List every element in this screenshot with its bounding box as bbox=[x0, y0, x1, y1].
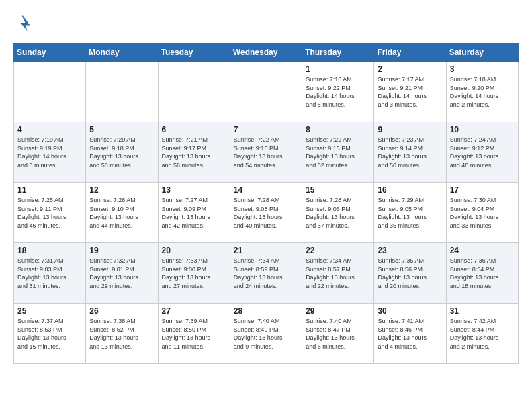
calendar-cell: 13Sunrise: 7:27 AM Sunset: 9:09 PM Dayli… bbox=[158, 183, 230, 243]
calendar-week-row: 4Sunrise: 7:19 AM Sunset: 9:19 PM Daylig… bbox=[14, 122, 519, 183]
day-info: Sunrise: 7:40 AM Sunset: 8:49 PM Dayligh… bbox=[234, 317, 298, 351]
day-info: Sunrise: 7:20 AM Sunset: 9:18 PM Dayligh… bbox=[89, 136, 154, 169]
calendar-cell: 3Sunrise: 7:18 AM Sunset: 9:20 PM Daylig… bbox=[446, 62, 518, 122]
calendar-cell: 19Sunrise: 7:32 AM Sunset: 9:01 PM Dayli… bbox=[86, 243, 158, 304]
day-info: Sunrise: 7:40 AM Sunset: 8:47 PM Dayligh… bbox=[306, 317, 370, 351]
calendar-cell: 28Sunrise: 7:40 AM Sunset: 8:49 PM Dayli… bbox=[230, 304, 302, 364]
calendar-week-row: 25Sunrise: 7:37 AM Sunset: 8:53 PM Dayli… bbox=[14, 304, 519, 364]
day-info: Sunrise: 7:39 AM Sunset: 8:50 PM Dayligh… bbox=[162, 317, 226, 351]
day-info: Sunrise: 7:28 AM Sunset: 9:08 PM Dayligh… bbox=[234, 196, 298, 230]
calendar-cell: 18Sunrise: 7:31 AM Sunset: 9:03 PM Dayli… bbox=[14, 243, 86, 304]
calendar-cell: 5Sunrise: 7:20 AM Sunset: 9:18 PM Daylig… bbox=[86, 122, 158, 183]
calendar-cell: 6Sunrise: 7:21 AM Sunset: 9:17 PM Daylig… bbox=[158, 122, 230, 183]
calendar-cell: 25Sunrise: 7:37 AM Sunset: 8:53 PM Dayli… bbox=[14, 304, 86, 364]
calendar-cell: 22Sunrise: 7:34 AM Sunset: 8:57 PM Dayli… bbox=[302, 243, 374, 304]
day-number: 7 bbox=[234, 125, 298, 134]
weekday-saturday: Saturday bbox=[446, 44, 518, 62]
calendar-cell: 23Sunrise: 7:35 AM Sunset: 8:56 PM Dayli… bbox=[374, 243, 446, 304]
weekday-tuesday: Tuesday bbox=[158, 44, 230, 62]
day-number: 23 bbox=[378, 246, 442, 255]
calendar-body: 1Sunrise: 7:16 AM Sunset: 9:22 PM Daylig… bbox=[14, 62, 519, 364]
day-number: 12 bbox=[89, 185, 154, 195]
day-number: 26 bbox=[89, 306, 154, 316]
logo-icon bbox=[13, 13, 32, 32]
calendar-week-row: 11Sunrise: 7:25 AM Sunset: 9:11 PM Dayli… bbox=[14, 183, 519, 243]
day-number: 21 bbox=[234, 246, 298, 255]
day-info: Sunrise: 7:19 AM Sunset: 9:19 PM Dayligh… bbox=[17, 136, 82, 169]
day-number: 6 bbox=[162, 125, 226, 134]
day-number: 3 bbox=[450, 64, 515, 74]
svg-marker-0 bbox=[21, 16, 30, 32]
page-header bbox=[13, 13, 519, 32]
day-info: Sunrise: 7:17 AM Sunset: 9:21 PM Dayligh… bbox=[378, 75, 442, 109]
day-number: 29 bbox=[306, 306, 370, 316]
day-info: Sunrise: 7:41 AM Sunset: 8:46 PM Dayligh… bbox=[378, 317, 442, 351]
calendar-week-row: 18Sunrise: 7:31 AM Sunset: 9:03 PM Dayli… bbox=[14, 243, 519, 304]
day-number: 20 bbox=[162, 246, 226, 255]
calendar-cell: 16Sunrise: 7:29 AM Sunset: 9:05 PM Dayli… bbox=[374, 183, 446, 243]
calendar-cell: 27Sunrise: 7:39 AM Sunset: 8:50 PM Dayli… bbox=[158, 304, 230, 364]
day-info: Sunrise: 7:38 AM Sunset: 8:52 PM Dayligh… bbox=[89, 317, 154, 351]
calendar-cell: 21Sunrise: 7:34 AM Sunset: 8:59 PM Dayli… bbox=[230, 243, 302, 304]
day-info: Sunrise: 7:25 AM Sunset: 9:11 PM Dayligh… bbox=[17, 196, 82, 230]
day-info: Sunrise: 7:22 AM Sunset: 9:15 PM Dayligh… bbox=[306, 136, 370, 169]
calendar-cell: 15Sunrise: 7:28 AM Sunset: 9:06 PM Dayli… bbox=[302, 183, 374, 243]
day-info: Sunrise: 7:28 AM Sunset: 9:06 PM Dayligh… bbox=[306, 196, 370, 230]
calendar-cell bbox=[158, 62, 230, 122]
day-info: Sunrise: 7:26 AM Sunset: 9:10 PM Dayligh… bbox=[89, 196, 154, 230]
calendar-cell: 2Sunrise: 7:17 AM Sunset: 9:21 PM Daylig… bbox=[374, 62, 446, 122]
day-number: 25 bbox=[17, 306, 82, 316]
calendar-cell: 17Sunrise: 7:30 AM Sunset: 9:04 PM Dayli… bbox=[446, 183, 518, 243]
day-info: Sunrise: 7:22 AM Sunset: 9:16 PM Dayligh… bbox=[234, 136, 298, 169]
calendar-week-row: 1Sunrise: 7:16 AM Sunset: 9:22 PM Daylig… bbox=[14, 62, 519, 122]
day-number: 16 bbox=[378, 185, 442, 195]
day-number: 28 bbox=[234, 306, 298, 316]
day-number: 22 bbox=[306, 246, 370, 255]
day-number: 19 bbox=[89, 246, 154, 255]
calendar-cell bbox=[230, 62, 302, 122]
calendar-cell: 29Sunrise: 7:40 AM Sunset: 8:47 PM Dayli… bbox=[302, 304, 374, 364]
day-number: 15 bbox=[306, 185, 370, 195]
calendar-cell: 31Sunrise: 7:42 AM Sunset: 8:44 PM Dayli… bbox=[446, 304, 518, 364]
calendar-cell: 4Sunrise: 7:19 AM Sunset: 9:19 PM Daylig… bbox=[14, 122, 86, 183]
day-number: 11 bbox=[17, 185, 82, 195]
day-info: Sunrise: 7:36 AM Sunset: 8:54 PM Dayligh… bbox=[450, 257, 515, 290]
calendar-cell: 30Sunrise: 7:41 AM Sunset: 8:46 PM Dayli… bbox=[374, 304, 446, 364]
day-number: 5 bbox=[89, 125, 154, 134]
day-number: 30 bbox=[378, 306, 442, 316]
weekday-monday: Monday bbox=[86, 44, 158, 62]
day-info: Sunrise: 7:18 AM Sunset: 9:20 PM Dayligh… bbox=[450, 75, 515, 109]
weekday-friday: Friday bbox=[374, 44, 446, 62]
day-number: 2 bbox=[378, 64, 442, 74]
day-info: Sunrise: 7:37 AM Sunset: 8:53 PM Dayligh… bbox=[17, 317, 82, 351]
day-info: Sunrise: 7:31 AM Sunset: 9:03 PM Dayligh… bbox=[17, 257, 82, 290]
calendar-cell: 11Sunrise: 7:25 AM Sunset: 9:11 PM Dayli… bbox=[14, 183, 86, 243]
day-info: Sunrise: 7:35 AM Sunset: 8:56 PM Dayligh… bbox=[378, 257, 442, 290]
calendar-cell: 20Sunrise: 7:33 AM Sunset: 9:00 PM Dayli… bbox=[158, 243, 230, 304]
day-number: 24 bbox=[450, 246, 515, 255]
day-info: Sunrise: 7:21 AM Sunset: 9:17 PM Dayligh… bbox=[162, 136, 226, 169]
calendar-cell bbox=[86, 62, 158, 122]
day-info: Sunrise: 7:29 AM Sunset: 9:05 PM Dayligh… bbox=[378, 196, 442, 230]
calendar-cell: 7Sunrise: 7:22 AM Sunset: 9:16 PM Daylig… bbox=[230, 122, 302, 183]
calendar-header: SundayMondayTuesdayWednesdayThursdayFrid… bbox=[14, 44, 519, 62]
weekday-row: SundayMondayTuesdayWednesdayThursdayFrid… bbox=[14, 44, 519, 62]
day-info: Sunrise: 7:27 AM Sunset: 9:09 PM Dayligh… bbox=[162, 196, 226, 230]
day-info: Sunrise: 7:42 AM Sunset: 8:44 PM Dayligh… bbox=[450, 317, 515, 351]
day-info: Sunrise: 7:32 AM Sunset: 9:01 PM Dayligh… bbox=[89, 257, 154, 290]
day-number: 13 bbox=[162, 185, 226, 195]
weekday-wednesday: Wednesday bbox=[230, 44, 302, 62]
calendar-cell: 9Sunrise: 7:23 AM Sunset: 9:14 PM Daylig… bbox=[374, 122, 446, 183]
day-number: 17 bbox=[450, 185, 515, 195]
calendar-cell: 24Sunrise: 7:36 AM Sunset: 8:54 PM Dayli… bbox=[446, 243, 518, 304]
weekday-sunday: Sunday bbox=[14, 44, 86, 62]
day-info: Sunrise: 7:33 AM Sunset: 9:00 PM Dayligh… bbox=[162, 257, 226, 290]
calendar-cell bbox=[14, 62, 86, 122]
calendar-cell: 8Sunrise: 7:22 AM Sunset: 9:15 PM Daylig… bbox=[302, 122, 374, 183]
day-number: 27 bbox=[162, 306, 226, 316]
day-number: 1 bbox=[306, 64, 370, 74]
day-number: 9 bbox=[378, 125, 442, 134]
day-number: 10 bbox=[450, 125, 515, 134]
day-number: 4 bbox=[17, 125, 82, 134]
calendar-cell: 12Sunrise: 7:26 AM Sunset: 9:10 PM Dayli… bbox=[86, 183, 158, 243]
